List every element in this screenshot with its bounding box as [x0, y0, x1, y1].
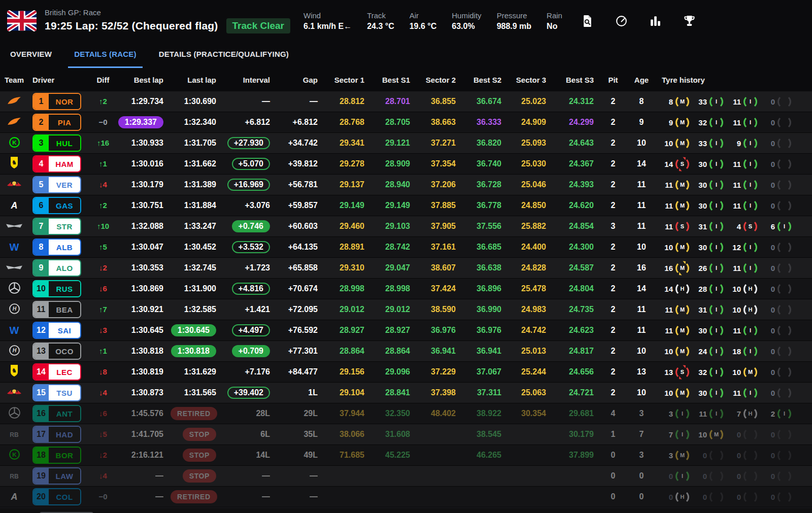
pit-count-cell: 2 [601, 347, 625, 356]
driver-row-rus[interactable]: 10 RUS ↓6 1:30.869 1:31.900 +4.816 +70.6… [0, 279, 812, 299]
driver-row-bor[interactable]: K 18 BOR ↓2 2:16.121 STOP 14L 49L 71.685… [0, 445, 812, 466]
tab-overview[interactable]: OVERVIEW [4, 42, 58, 68]
stint-laps: 0 [764, 118, 775, 127]
driver-row-law[interactable]: RB 19 LAW ↓4 — STOP — — 0 0 0I000 [0, 466, 812, 487]
driver-tag-oco[interactable]: 13 OCO [32, 343, 81, 360]
driver-row-ver[interactable]: 5 VER ↓4 1:30.179 1:31.389 +16.969 +56.7… [0, 175, 812, 195]
driver-row-bea[interactable]: H 11 BEA ↑7 1:30.921 1:32.585 +1.421 +72… [0, 299, 812, 320]
tyre-stint: 31I [696, 303, 723, 317]
driver-tag-ham[interactable]: 4 HAM [32, 155, 81, 173]
tyre-hard-icon: H [743, 407, 757, 421]
pit-count-cell: 0 [601, 471, 625, 481]
driver-row-ham[interactable]: ♞ 4 HAM ↑1 1:30.016 1:31.662 +5.070 +39.… [0, 154, 812, 175]
driver-tag-col[interactable]: 20 COL [32, 488, 81, 505]
tyre-history-cell: 7I10M00 [658, 428, 812, 441]
driver-row-alb[interactable]: W 8 ALB ↑5 1:30.047 1:30.452 +3.532 +64.… [0, 237, 812, 258]
driver-tag-ant[interactable]: 16 ANT [32, 405, 81, 422]
session-label: British GP: Race [45, 8, 290, 17]
driver-row-str[interactable]: 7 STR ↑10 1:32.088 1:33.247 +0.746 +60.6… [0, 216, 812, 237]
driver-tag-alb[interactable]: 8 ALB [32, 238, 81, 256]
tyre-intermediate-icon: I [709, 136, 723, 150]
diff-cell: −0 [88, 118, 118, 127]
driver-tag-tsu[interactable]: 15 TSU [32, 384, 81, 401]
driver-row-nor[interactable]: 1 NOR ↑2 1:29.734 1:30.690 — — 28.81228.… [0, 91, 812, 112]
tyre-stint: 7I [662, 428, 689, 441]
tyre-stint: 10M [662, 386, 689, 400]
bar-chart-button[interactable] [649, 14, 662, 28]
driver-tag-nor[interactable]: 1 NOR [32, 93, 81, 110]
tyre-intermediate-icon: I [709, 95, 723, 109]
best-s2-cell: 36.728 [463, 180, 509, 189]
driver-tag-sai[interactable]: 12 SAI [32, 322, 81, 339]
driver-row-lec[interactable]: ♞ 14 LEC ↓8 1:30.819 1:31.629 +7.176 +84… [0, 362, 812, 383]
driver-row-sai[interactable]: W 12 SAI ↓3 1:30.645 1:30.645 +4.497 +76… [0, 320, 812, 341]
driver-row-alo[interactable]: 9 ALO ↓2 1:30.353 1:32.745 +1.723 +65.85… [0, 258, 812, 279]
driver-tag-had[interactable]: 17 HAD [32, 426, 81, 443]
stint-laps: 33 [696, 139, 707, 148]
tyre-empty-icon [777, 261, 791, 275]
sector-2-cell: 38.663 [417, 118, 463, 127]
trophy-button[interactable] [683, 14, 696, 28]
driver-tag-ver[interactable]: 5 VER [32, 176, 81, 193]
driver-row-tsu[interactable]: 15 TSU ↓4 1:30.873 1:31.565 +39.402 1L 2… [0, 383, 812, 403]
file-search-button[interactable] [581, 14, 594, 28]
sector-3-cell: 30.354 [509, 409, 553, 418]
tyre-stint: 11M [662, 303, 689, 317]
interval-pill: +39.402 [227, 387, 270, 399]
tyre-stint: 31I [696, 220, 723, 233]
tyre-empty-icon [709, 490, 723, 504]
tyre-history-cell: 9M32I11I0 [658, 116, 812, 129]
driver-tag-rus[interactable]: 10 RUS [32, 280, 81, 297]
driver-tag-hul[interactable]: 3 HUL [32, 134, 81, 152]
tyre-age-cell: 9 [625, 118, 658, 127]
team-logo-cell: H [0, 345, 28, 358]
driver-row-col[interactable]: A 20 COL −0 — RETIRED — — 0 0 0H000 [0, 487, 812, 507]
driver-tag-bor[interactable]: 18 BOR [32, 447, 81, 464]
racing-bulls-logo: RB [10, 473, 18, 480]
driver-row-gas[interactable]: A 6 GAS ↑2 1:30.751 1:31.884 +3.076 +59.… [0, 195, 812, 216]
tyre-intermediate-icon: I [675, 469, 689, 483]
driver-row-oco[interactable]: H 13 OCO ↑1 1:30.818 1:30.818 +0.709 +77… [0, 341, 812, 362]
stint-laps: 2 [764, 409, 775, 418]
tyre-age-cell: 10 [625, 243, 658, 252]
tab-details-race[interactable]: DETAILS (RACE) [68, 42, 143, 68]
driver-tag-alo[interactable]: 9 ALO [32, 259, 81, 277]
mercedes-logo [8, 282, 21, 294]
tyre-intermediate-icon: I [709, 365, 723, 379]
driver-row-pia[interactable]: 2 PIA −0 1:29.337 1:32.340 +6.812 +6.812… [0, 112, 812, 133]
driver-tag-str[interactable]: 7 STR [32, 218, 81, 235]
driver-row-had[interactable]: RB 17 HAD ↓5 1:41.705 STOP 6L 35L 38.066… [0, 424, 812, 445]
driver-tag-gas[interactable]: 6 GAS [32, 197, 81, 214]
driver-tag-lec[interactable]: 14 LEC [32, 363, 81, 381]
tyre-stint: 4S [730, 220, 757, 233]
team-logo-cell [0, 406, 28, 421]
driver-tag-law[interactable]: 19 LAW [32, 467, 81, 485]
last-lap-cell: STOP [171, 449, 223, 462]
best-lap-cell: 1:30.179 [118, 180, 171, 189]
best-lap-value: — [155, 471, 163, 480]
gauge-button[interactable] [615, 14, 628, 28]
tyre-hard-icon: H [743, 282, 757, 296]
driver-tag-bea[interactable]: 11 BEA [32, 301, 81, 318]
sector-1-cell: 29.012 [325, 305, 371, 314]
best-lap-cell: 1:30.047 [118, 243, 171, 252]
tyre-age-cell: 10 [625, 139, 658, 148]
stint-laps: 30 [696, 201, 707, 210]
driver-row-hul[interactable]: K 3 HUL ↑16 1:30.933 1:31.705 +27.930 +3… [0, 133, 812, 154]
driver-tag-pia[interactable]: 2 PIA [32, 114, 81, 131]
stint-laps: 0 [730, 472, 741, 481]
gap-cell: +84.477 [277, 367, 325, 377]
tyre-age-cell: 7 [625, 430, 658, 439]
stint-laps: 14 [662, 160, 673, 168]
interval-cell: 6L [223, 430, 277, 439]
team-logo-cell [0, 282, 28, 296]
best-lap-value: 1:41.705 [131, 430, 163, 438]
svg-text:K: K [12, 139, 17, 145]
tab-details-practice-qualifying[interactable]: DETAILS (PRACTICE/QUALIFYING) [153, 42, 295, 68]
stint-laps: 10 [730, 305, 741, 314]
driver-tla: VER [49, 177, 80, 192]
stint-laps: 11 [730, 160, 741, 168]
pit-count-cell: 4 [601, 409, 625, 418]
tyre-medium-icon: M [675, 386, 689, 400]
driver-row-ant[interactable]: 16 ANT ↓6 1:45.576 RETIRED 28L 29L 37.94… [0, 403, 812, 424]
